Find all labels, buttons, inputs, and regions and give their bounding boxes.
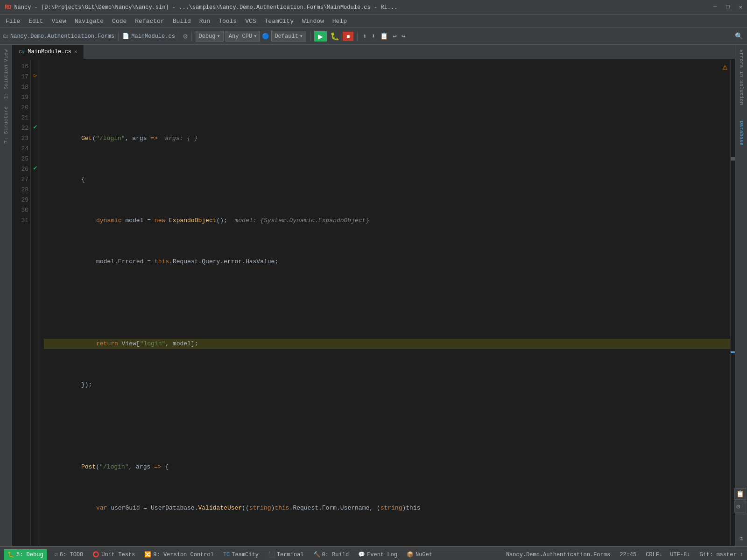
unit-tests-icon: ⭕ — [92, 551, 99, 558]
status-git[interactable]: Git: master ↑ — [699, 552, 743, 558]
toolbar-file-name[interactable]: MainModule.cs — [131, 33, 175, 40]
nuget-icon: 📦 — [407, 551, 414, 558]
status-build[interactable]: 🔨 0: Build — [311, 551, 351, 558]
toolbar-separator-3 — [191, 32, 192, 41]
cpu-dropdown[interactable]: Any CPU ▾ — [226, 31, 261, 42]
status-teamcity[interactable]: TC TeamCity — [221, 552, 261, 558]
toolbar-icon-4[interactable]: ↩ — [391, 31, 398, 42]
gutter-30 — [31, 203, 40, 214]
menu-file[interactable]: File — [2, 16, 24, 26]
main-module-tab[interactable]: C# MainModule.cs ✕ — [12, 45, 84, 59]
menu-refactor[interactable]: Refactor — [131, 16, 168, 26]
status-bar: 🐛 5: Debug ☑ 6: TODO ⭕ Unit Tests 🔀 9: V… — [0, 549, 747, 560]
menu-vcs[interactable]: VCS — [241, 16, 260, 26]
flask-icon[interactable]: ⚗ — [737, 532, 745, 544]
config-dropdown[interactable]: Default ▾ — [271, 31, 306, 42]
breakpoint-check-22[interactable]: ✔ — [33, 123, 37, 131]
editor-area: C# MainModule.cs ✕ 16 17 18 19 20 21 22 … — [12, 45, 735, 546]
code-line-23: }); — [44, 380, 735, 390]
terminal-icon: ⬛ — [268, 551, 275, 558]
menu-teamcity[interactable]: TeamCity — [261, 16, 297, 26]
minimize-btn[interactable]: — — [713, 4, 717, 11]
gutter-26: ✔ — [31, 162, 40, 173]
code-line-22: return View["login", model]; — [44, 339, 735, 349]
status-unit-tests[interactable]: ⭕ Unit Tests — [91, 551, 137, 558]
toolbar-separator-1 — [118, 32, 119, 41]
search-toolbar-icon[interactable]: 🔍 — [733, 31, 744, 42]
debug-icon[interactable]: 🐛 — [329, 30, 341, 42]
title-icon: RD — [5, 4, 11, 11]
menu-navigate[interactable]: Navigate — [71, 16, 107, 26]
close-btn[interactable]: ✕ — [739, 4, 742, 11]
toolbar-separator-4 — [310, 32, 310, 41]
toolbar: 🗂 Nancy.Demo.Authentication.Forms 📄 Main… — [0, 28, 747, 45]
status-encoding[interactable]: CRLF↓ — [646, 552, 662, 558]
status-debug[interactable]: 🐛 5: Debug — [4, 549, 47, 560]
gutter-16 — [31, 60, 40, 70]
code-line-19: dynamic model = new ExpandoObject(); mod… — [44, 216, 735, 226]
menu-build[interactable]: Build — [169, 16, 195, 26]
solution-view-tab[interactable]: 1: Solution View — [2, 47, 10, 102]
todo-label: 6: TODO — [60, 552, 83, 558]
menu-run[interactable]: Run — [196, 16, 214, 26]
status-charset[interactable]: UTF-8↓ — [670, 552, 690, 558]
unit-tests-label: Unit Tests — [101, 552, 135, 558]
database-tab[interactable]: Database — [737, 118, 746, 148]
errors-solution-tab[interactable]: Errors In Solution — [737, 47, 746, 108]
left-sidebar: 1: Solution View 7: Structure — [0, 45, 12, 546]
todo-icon: ☑ — [55, 551, 58, 558]
status-terminal[interactable]: ⬛ Terminal — [266, 551, 306, 558]
toolbar-file-icon: 📄 — [122, 33, 129, 40]
maximize-btn[interactable]: □ — [726, 4, 730, 11]
menu-code[interactable]: Code — [108, 16, 130, 26]
code-line-20: model.Errored = this.Request.Query.error… — [44, 257, 735, 267]
gutter-23 — [31, 132, 40, 142]
gutter-22: ✔ — [31, 121, 40, 132]
menu-view[interactable]: View — [48, 16, 70, 26]
status-nuget[interactable]: 📦 NuGet — [405, 551, 434, 558]
tab-close-btn[interactable]: ✕ — [74, 49, 78, 55]
build-label: 0: Build — [322, 552, 349, 558]
debug-config-dropdown[interactable]: Debug ▾ — [196, 31, 224, 42]
nuget-label: NuGet — [416, 552, 432, 558]
code-line-18: { — [44, 175, 735, 185]
code-line-25: Post("/login", args => { — [44, 462, 735, 472]
menu-help[interactable]: Help — [329, 16, 351, 26]
gutter-24 — [31, 142, 40, 152]
status-todo[interactable]: ☑ 6: TODO — [53, 551, 85, 558]
toolbar-icon-3[interactable]: 📋 — [379, 31, 389, 42]
status-event-log[interactable]: 💬 Event Log — [356, 551, 399, 558]
gutter-20 — [31, 101, 40, 111]
vcs-status-icon: 🔀 — [144, 551, 151, 558]
warning-icon-editor: ⚠ — [722, 62, 727, 72]
structure-tab[interactable]: 7: Structure — [2, 104, 10, 146]
menu-window[interactable]: Window — [298, 16, 328, 26]
status-time: 22:45 — [620, 552, 636, 558]
gutter-18 — [31, 80, 40, 91]
menu-edit[interactable]: Edit — [25, 16, 47, 26]
vcs-icon-1[interactable]: ⬆ — [361, 31, 368, 42]
toolbar-separator-2 — [179, 32, 179, 41]
code-line-17: Get("/login", args => args: { } — [44, 133, 735, 144]
gutter-19 — [31, 91, 40, 101]
gutter-28 — [31, 183, 40, 193]
tab-label: MainModule.cs — [28, 49, 71, 55]
gutter: ▷ ✔ ✔ — [31, 60, 40, 546]
toolbar-project-name[interactable]: Nancy.Demo.Authentication.Forms — [10, 33, 114, 40]
status-vcs[interactable]: 🔀 9: Version Control — [142, 551, 216, 558]
code-line-21 — [44, 298, 735, 308]
line-numbers: 16 17 18 19 20 21 22 23 24 25 26 27 28 2… — [12, 60, 31, 546]
menu-tools[interactable]: Tools — [215, 16, 240, 26]
build-icon: 🔨 — [313, 551, 320, 558]
stop-button[interactable]: ■ — [343, 32, 353, 41]
play-button[interactable]: ▶ — [314, 31, 327, 42]
breakpoint-check-26[interactable]: ✔ — [33, 164, 37, 172]
vcs-icon-2[interactable]: ⬇ — [370, 31, 377, 42]
gutter-25 — [31, 152, 40, 162]
code-content[interactable]: Get("/login", args => args: { } { dynami… — [40, 60, 735, 546]
toolbar-icon-5[interactable]: ↪ — [400, 31, 407, 42]
toolbar-project-icon: 🗂 — [3, 33, 8, 40]
code-line-26: var userGuid = UserDatabase.ValidateUser… — [44, 503, 735, 513]
gutter-27 — [31, 173, 40, 183]
status-project: Nancy.Demo.Authentication.Forms — [506, 552, 610, 558]
